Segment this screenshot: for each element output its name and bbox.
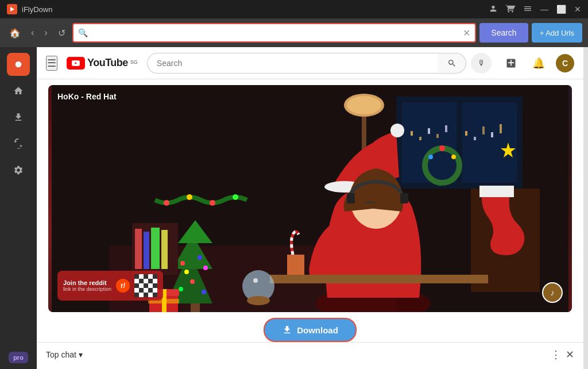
title-bar: iFlyDown — ⬜ ✕ — [0, 0, 588, 18]
svg-rect-54 — [287, 255, 304, 275]
svg-point-32 — [198, 255, 202, 260]
svg-point-35 — [190, 279, 195, 284]
minimize-icon[interactable]: — — [540, 5, 548, 14]
svg-rect-53 — [161, 230, 168, 269]
search-button[interactable]: Search — [479, 23, 528, 43]
yt-region: SG — [130, 59, 138, 65]
svg-point-22 — [451, 155, 456, 159]
add-urls-button[interactable]: + Add Urls — [532, 23, 582, 43]
yt-user-avatar[interactable]: C — [556, 54, 574, 72]
user-icon[interactable] — [489, 4, 498, 15]
video-title: HoKo - Red Hat — [57, 92, 117, 101]
reddit-line1: Join the reddit — [63, 279, 111, 286]
svg-point-41 — [233, 194, 238, 200]
reddit-line2: link in the description — [63, 286, 111, 292]
url-input[interactable]: https://www.youtube.com/watch?v=pfiCNAc2… — [91, 29, 463, 37]
svg-point-31 — [180, 261, 185, 266]
svg-rect-13 — [482, 126, 485, 134]
svg-rect-30 — [191, 303, 200, 312]
chat-close-button[interactable]: ✕ — [566, 348, 574, 361]
svg-rect-10 — [445, 125, 447, 132]
svg-point-33 — [184, 270, 189, 274]
svg-point-39 — [187, 194, 192, 200]
video-container: HoKo - Red Hat Join the reddit link in t… — [37, 79, 583, 342]
svg-rect-9 — [436, 134, 439, 138]
yt-logo[interactable]: YouTube SG — [67, 57, 138, 70]
chat-more-button[interactable]: ⋮ — [551, 348, 561, 361]
svg-point-44 — [390, 124, 404, 137]
app-title: iFlyDown — [22, 5, 52, 14]
download-btn-wrap: Download — [48, 318, 572, 342]
svg-point-36 — [179, 287, 183, 291]
yt-notifications-button[interactable]: 🔔 — [528, 53, 549, 74]
youtube-header: ☰ YouTube SG 🎙 🔔 C — [37, 47, 583, 79]
yt-menu-button[interactable]: ☰ — [46, 56, 57, 71]
yt-mic-button[interactable]: 🎙 — [471, 53, 492, 74]
search-icon-small: 🔍 — [78, 28, 88, 37]
svg-rect-6 — [411, 131, 413, 136]
main-layout: pro ☰ YouTube SG 🎙 — [0, 47, 588, 369]
svg-point-60 — [247, 296, 270, 305]
chevron-down-icon: ▾ — [79, 350, 83, 359]
sidebar-icon-record[interactable] — [7, 53, 30, 76]
top-chat-button[interactable]: Top chat ▾ — [46, 350, 83, 359]
svg-rect-8 — [428, 128, 430, 134]
sidebar-icon-settings[interactable] — [7, 159, 30, 182]
svg-rect-7 — [419, 137, 421, 140]
yt-search-input[interactable] — [147, 53, 438, 74]
channel-avatar[interactable]: ♪ — [542, 282, 563, 303]
svg-rect-51 — [144, 232, 149, 269]
cart-icon[interactable] — [506, 4, 515, 15]
svg-rect-46 — [347, 193, 355, 203]
qr-code — [134, 274, 157, 297]
svg-point-37 — [202, 290, 206, 294]
maximize-icon[interactable]: ⬜ — [556, 5, 566, 14]
chat-area: Top chat ▾ ⋮ ✕ — [37, 342, 583, 366]
forward-button[interactable]: › — [41, 25, 51, 40]
svg-rect-47 — [400, 193, 408, 203]
svg-rect-48 — [270, 275, 488, 283]
svg-point-40 — [210, 200, 215, 206]
svg-point-18 — [347, 96, 381, 114]
svg-point-61 — [253, 278, 258, 283]
back-button[interactable]: ‹ — [28, 25, 37, 40]
yt-logo-text: YouTube — [87, 57, 128, 69]
video-thumbnail[interactable]: HoKo - Red Hat Join the reddit link in t… — [48, 85, 572, 312]
yt-create-button[interactable] — [501, 53, 521, 74]
svg-point-23 — [428, 155, 433, 159]
top-chat-label: Top chat — [46, 350, 76, 359]
sidebar-icon-convert[interactable] — [7, 132, 30, 155]
svg-rect-5 — [462, 102, 517, 183]
sidebar-icon-home[interactable] — [7, 79, 30, 102]
scrollbar[interactable] — [583, 47, 588, 369]
yt-search-button[interactable] — [438, 53, 466, 74]
svg-rect-12 — [474, 137, 476, 140]
refresh-button[interactable]: ↺ — [55, 25, 69, 41]
svg-point-34 — [203, 266, 208, 270]
browser-content: ☰ YouTube SG 🎙 🔔 C — [37, 47, 583, 369]
svg-rect-11 — [465, 131, 467, 136]
download-button[interactable]: Download — [264, 318, 357, 342]
yt-header-actions: 🔔 C — [501, 53, 574, 74]
svg-rect-14 — [491, 132, 493, 137]
svg-point-21 — [439, 145, 445, 151]
svg-rect-52 — [151, 228, 160, 269]
svg-rect-15 — [500, 124, 502, 133]
home-nav-button[interactable]: 🏠 — [6, 25, 24, 41]
svg-rect-4 — [402, 102, 457, 183]
address-bar: 🏠 ‹ › ↺ 🔍 https://www.youtube.com/watch?… — [0, 18, 588, 47]
svg-rect-50 — [135, 229, 142, 269]
app-logo — [7, 4, 17, 14]
close-icon[interactable]: ✕ — [574, 5, 581, 14]
pro-badge[interactable]: pro — [9, 352, 28, 363]
svg-point-1 — [16, 62, 22, 68]
sidebar: pro — [0, 47, 37, 369]
sidebar-icon-download[interactable] — [7, 106, 30, 129]
menu-icon[interactable] — [523, 4, 532, 15]
yt-logo-icon — [67, 57, 85, 70]
svg-rect-25 — [479, 186, 514, 197]
yt-search-wrap: 🎙 — [147, 53, 492, 74]
svg-marker-0 — [10, 7, 14, 11]
reddit-banner: Join the reddit link in the description … — [57, 271, 163, 301]
clear-url-icon[interactable]: ✕ — [463, 28, 470, 39]
